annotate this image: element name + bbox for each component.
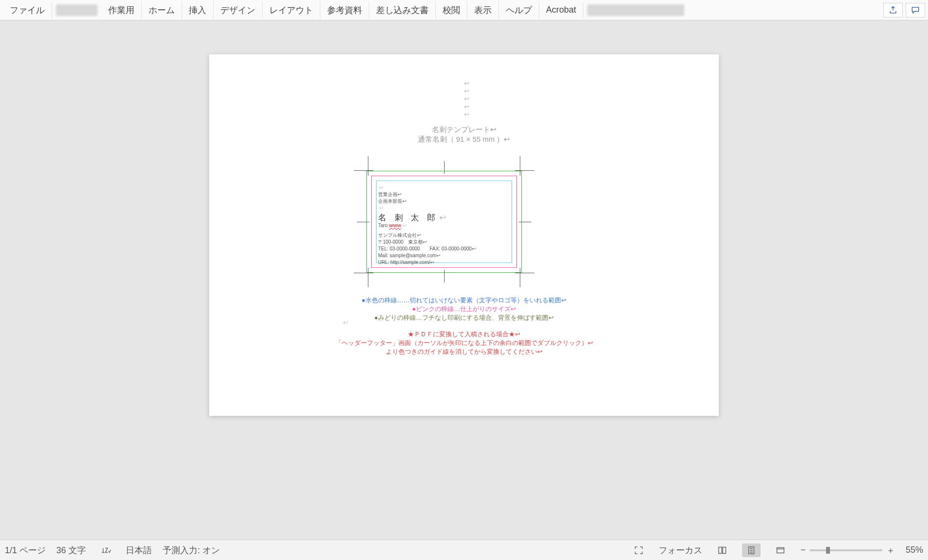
status-predictive[interactable]: 予測入力: オン [163, 544, 220, 556]
share-icon [888, 5, 898, 15]
card-company: サンプル株式会社↩ [378, 232, 421, 238]
ribbon-tabs: ファイル 作業用 ホーム 挿入 デザイン レイアウト 参考資料 差し込み文書 校… [0, 0, 928, 20]
legend-blue: ●水色の枠線……切れてはいけない要素（文字やロゴ等）をいれる範囲↩ [209, 296, 719, 305]
status-words[interactable]: 36 文字 [56, 544, 86, 556]
card-romaji: Taro [378, 223, 389, 228]
status-bar: 1/1 ページ 36 文字 日本語 予測入力: オン フォーカス − ＋ 55% [0, 540, 928, 560]
paragraph-mark-lone: ↩ [343, 318, 348, 327]
card-dept2: 企画本部長↩ [378, 198, 406, 204]
tab-design[interactable]: デザイン [214, 1, 263, 19]
template-heading: 名刺テンプレート↩ 通常名刺（ 91 × 55 mm ）↩ [209, 125, 719, 144]
tab-acrobat[interactable]: Acrobat [539, 2, 583, 18]
tab-mailings[interactable]: 差し込み文書 [369, 1, 436, 19]
zoom-slider-track[interactable] [810, 549, 882, 551]
status-language[interactable]: 日本語 [126, 544, 152, 556]
zoom-slider-thumb[interactable] [826, 547, 830, 554]
legend-block: ●水色の枠線……切れてはいけない要素（文字やロゴ等）をいれる範囲↩ ●ピンクの枠… [209, 296, 719, 356]
status-spellcheck-icon[interactable] [97, 544, 115, 557]
tab-redacted-1 [56, 4, 98, 16]
comment-icon [911, 5, 920, 15]
zoom-in-button[interactable]: ＋ [886, 544, 895, 556]
tab-layout[interactable]: レイアウト [263, 1, 320, 19]
legend-olive: ●みどりの枠線…フチなし印刷にする場合、背景を伸ばす範囲↩ [209, 313, 719, 322]
card-dept1: 営業企画↩ [378, 192, 401, 197]
heading-line-1: 名刺テンプレート↩ [432, 125, 497, 133]
legend-red-3: より色つきのガイド線を消してから変換してください↩ [209, 347, 719, 356]
focus-label: フォーカス [659, 544, 702, 556]
card-address: 〒100-0000 東京都↩ [378, 239, 427, 245]
focus-icon [633, 545, 644, 556]
comments-button[interactable] [906, 3, 925, 17]
view-read-button[interactable] [713, 544, 731, 557]
tab-help[interactable]: ヘルプ [499, 1, 539, 19]
zoom-percent[interactable]: 55% [906, 545, 923, 555]
tab-redacted-2 [587, 4, 684, 16]
tab-references[interactable]: 参考資料 [320, 1, 369, 19]
tab-file[interactable]: ファイル [3, 1, 52, 19]
zoom-control: − ＋ [800, 544, 895, 556]
card-name: 名 刺 太 郎 [378, 213, 438, 222]
tab-work[interactable]: 作業用 [101, 1, 142, 19]
page-icon [746, 545, 757, 556]
card-telfax: TEL: 03-0000-0000 FAX: 03-0000-0000↩ [378, 246, 476, 251]
share-button[interactable] [883, 3, 903, 17]
book-icon [717, 545, 728, 556]
paragraph-marks: ↩↩↩↩↩ [464, 80, 469, 118]
tab-review[interactable]: 校閲 [436, 1, 467, 19]
document-canvas[interactable]: ↩↩↩↩↩ 名刺テンプレート↩ 通常名刺（ 91 × 55 mm ）↩ ↩ 営業… [0, 20, 928, 540]
legend-red-1: ★ＰＤＦに変換して入稿される場合★↩ [209, 330, 719, 339]
status-page[interactable]: 1/1 ページ [5, 544, 46, 556]
card-content[interactable]: ↩ 営業企画↩ 企画本部長↩ ↩ 名 刺 太 郎↩ Taro WWW↩ サンプル… [378, 184, 510, 266]
tab-insert[interactable]: 挿入 [182, 1, 214, 19]
legend-red-2: 「ヘッダーフッター」画面（カーソルが矢印になる上下の余白の範囲でダブルクリック）… [209, 339, 719, 347]
focus-mode-button[interactable] [630, 544, 648, 557]
view-print-button[interactable] [742, 544, 761, 557]
web-icon [775, 545, 786, 556]
legend-pink: ●ピンクの枠線…仕上がりのサイズ↩ [209, 305, 719, 313]
card-romaji-error: WWW [389, 223, 401, 228]
card-mail: Mail: sample@sample.com↩ [378, 253, 440, 258]
zoom-out-button[interactable]: − [800, 545, 806, 555]
tab-home[interactable]: ホーム [142, 1, 182, 19]
business-card-frame: ↩ 営業企画↩ 企画本部長↩ ↩ 名 刺 太 郎↩ Taro WWW↩ サンプル… [352, 156, 536, 287]
view-web-button[interactable] [771, 544, 790, 557]
heading-line-2: 通常名刺（ 91 × 55 mm ）↩ [418, 135, 511, 143]
tab-view[interactable]: 表示 [467, 1, 499, 19]
page-1[interactable]: ↩↩↩↩↩ 名刺テンプレート↩ 通常名刺（ 91 × 55 mm ）↩ ↩ 営業… [209, 54, 719, 416]
card-url: URL: http://sample.com/↩ [378, 260, 434, 265]
